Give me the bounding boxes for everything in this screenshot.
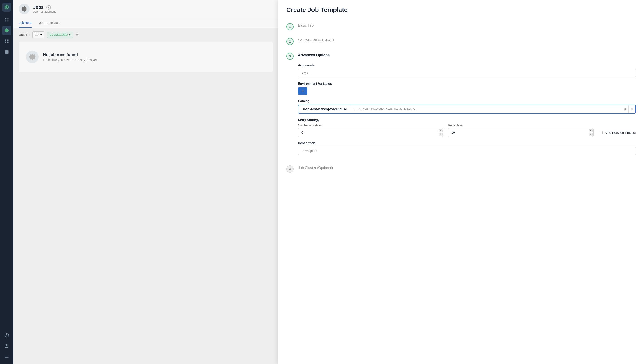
sort-arrow-icon: ↑: [28, 33, 30, 36]
arguments-field-group: Arguments: [298, 64, 636, 77]
retry-delay-input[interactable]: [448, 128, 593, 137]
catalog-label: Catalog: [298, 99, 636, 103]
description-input[interactable]: [298, 146, 636, 155]
tabs: Job Runs Job Templates: [14, 18, 278, 28]
catalog-chevron-down-icon[interactable]: ▾: [628, 106, 636, 113]
sidebar-item-help[interactable]: [2, 331, 11, 340]
svg-rect-17: [5, 358, 8, 358]
tab-job-runs[interactable]: Job Runs: [19, 18, 32, 28]
tab-job-templates[interactable]: Job Templates: [39, 18, 60, 28]
description-field-group: Description: [298, 141, 636, 155]
svg-rect-8: [7, 40, 8, 41]
description-label: Description: [298, 141, 636, 145]
step-4-number: 4: [286, 166, 294, 172]
svg-rect-4: [7, 18, 8, 20]
env-vars-field-group: Environment Variables +: [298, 82, 636, 95]
retry-delay-input-wrap: ▲ ▼: [448, 128, 593, 137]
svg-rect-5: [5, 20, 7, 22]
env-vars-label: Environment Variables: [298, 82, 636, 86]
drawer-body: 1 Basic Info 2 Source - WORKSPACE 3: [278, 18, 644, 364]
num-retries-spinners: ▲ ▼: [438, 129, 442, 136]
retry-delay-field: Retry Delay ▲ ▼: [448, 124, 593, 137]
svg-rect-9: [5, 42, 6, 43]
num-retries-up[interactable]: ▲: [438, 129, 442, 132]
arguments-input[interactable]: [298, 69, 636, 77]
sidebar-item-database[interactable]: [2, 48, 11, 56]
num-retries-down[interactable]: ▼: [438, 133, 442, 136]
chevron-down-icon: ▾: [40, 33, 42, 36]
num-retries-field: Number of Retries ▲ ▼: [298, 124, 444, 137]
catalog-clear-button[interactable]: ×: [622, 105, 628, 113]
svg-point-2: [6, 6, 8, 8]
empty-title: No job runs found: [43, 52, 98, 57]
step-3-row: 3 Advanced Options: [286, 52, 636, 60]
sidebar-item-profile[interactable]: [2, 342, 11, 350]
step-connector-3: [290, 160, 290, 165]
retry-delay-label: Retry Delay: [448, 124, 593, 127]
svg-rect-16: [5, 356, 8, 357]
svg-rect-3: [5, 18, 7, 20]
step-2-number: 2: [286, 38, 294, 45]
filter-clear-icon[interactable]: ×: [76, 32, 78, 37]
empty-state-icon: [26, 51, 38, 63]
header-icon: [19, 4, 30, 14]
svg-point-14: [6, 344, 8, 346]
step-3-number: 3: [286, 53, 294, 60]
step-2-row: 2 Source - WORKSPACE: [286, 38, 636, 45]
retry-delay-spinners: ▲ ▼: [589, 129, 593, 136]
step-1-row: 1 Basic Info: [286, 23, 636, 30]
retry-delay-down[interactable]: ▼: [589, 133, 593, 136]
sidebar-item-paint[interactable]: [2, 15, 11, 24]
svg-rect-10: [7, 42, 8, 43]
svg-rect-6: [7, 20, 8, 22]
retry-strategy-group: Retry Strategy Number of Retries ▲ ▼: [298, 118, 636, 137]
num-retries-input[interactable]: [298, 128, 444, 137]
help-icon[interactable]: ?: [46, 5, 51, 10]
num-retries-label: Number of Retries: [298, 124, 444, 127]
step-1-number: 1: [286, 23, 294, 30]
sidebar-item-dashboard[interactable]: [2, 37, 11, 46]
num-retries-input-wrap: ▲ ▼: [298, 128, 444, 137]
auto-retry-wrap: Auto Retry on Timeout: [599, 131, 636, 137]
empty-subtitle: Looks like you haven't run any jobs yet.: [43, 58, 98, 62]
step-3-label: Advanced Options: [298, 52, 330, 57]
sidebar: [0, 0, 14, 364]
add-env-var-button[interactable]: +: [298, 87, 308, 95]
step-4-label: Job Cluster (Optional): [298, 165, 333, 170]
advanced-options-content: Arguments Environment Variables + Catalo…: [298, 64, 636, 155]
left-panel: Jobs ? Job management Job Runs Job Templ…: [14, 0, 278, 364]
svg-rect-7: [5, 40, 6, 41]
step-4-row: 4 Job Cluster (Optional): [286, 165, 636, 172]
sidebar-item-menu[interactable]: [2, 352, 11, 361]
badge-close-icon[interactable]: ×: [69, 33, 70, 36]
empty-state-text: No job runs found Looks like you haven't…: [43, 52, 98, 62]
succeeded-filter-badge[interactable]: SUCCEEDED ×: [47, 32, 73, 38]
sort-button[interactable]: SORT ↑: [19, 33, 30, 36]
page-subtitle: Job management: [33, 10, 56, 13]
catalog-field-group: Catalog Bodo-Test-Iceberg-Warehouse UUID…: [298, 99, 636, 114]
app-logo[interactable]: [2, 3, 11, 12]
drawer-header: Create Job Template: [278, 0, 644, 18]
sidebar-item-settings[interactable]: [2, 26, 11, 35]
header-text: Jobs ? Job management: [33, 5, 56, 13]
auto-retry-checkbox[interactable]: [599, 131, 602, 134]
catalog-uuid-value: 1e84df3f-e2a9-4132-8b1b-56edfe1a8d5d: [363, 108, 416, 111]
arguments-label: Arguments: [298, 64, 636, 67]
catalog-uuid: UUID: 1e84df3f-e2a9-4132-8b1b-56edfe1a8d…: [350, 105, 622, 113]
drawer-title: Create Job Template: [286, 6, 636, 14]
catalog-uuid-prefix: UUID:: [353, 108, 361, 111]
page-size-select[interactable]: 10 ▾: [32, 32, 44, 38]
filters-bar: SORT ↑ 10 ▾ SUCCEEDED × ×: [14, 28, 278, 42]
page-header: Jobs ? Job management: [14, 0, 278, 18]
catalog-select[interactable]: Bodo-Test-Iceberg-Warehouse UUID: 1e84df…: [298, 105, 636, 114]
step-connector-2: [290, 47, 290, 52]
retry-strategy-label: Retry Strategy: [298, 118, 636, 122]
retry-delay-up[interactable]: ▲: [589, 129, 593, 132]
auto-retry-label: Auto Retry on Timeout: [605, 131, 636, 134]
page-area: Jobs ? Job management Job Runs Job Templ…: [14, 0, 644, 364]
create-job-template-drawer: Create Job Template 1 Basic Info 2 Sourc…: [278, 0, 644, 364]
retry-row: Number of Retries ▲ ▼ R: [298, 124, 636, 137]
main-content: Jobs ? Job management Job Runs Job Templ…: [14, 0, 644, 364]
catalog-name: Bodo-Test-Iceberg-Warehouse: [298, 105, 350, 113]
step-connector-1: [290, 32, 290, 38]
